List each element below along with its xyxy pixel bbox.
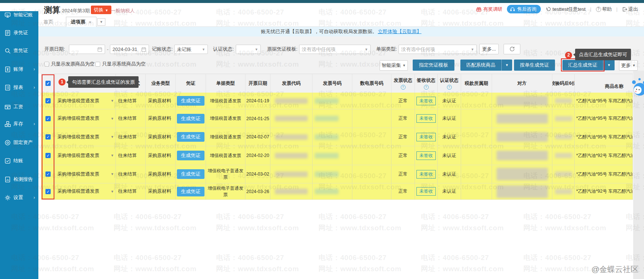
table-cell: 往来结算 xyxy=(116,165,146,183)
date-to-input[interactable]: 2024-03-31 xyxy=(110,45,149,54)
sidebar-item-7[interactable]: 库存› xyxy=(0,119,38,129)
date-from-input[interactable] xyxy=(69,45,105,54)
sidebar-item-9[interactable]: 结账 xyxy=(0,156,38,166)
assistant-mascot[interactable] xyxy=(629,77,644,100)
table-cell xyxy=(461,165,492,183)
voucher-template-select[interactable]: 没有选中任何项▼ xyxy=(299,45,371,54)
table-cell xyxy=(492,128,552,146)
sign-status-badge: 未签收 xyxy=(416,133,436,141)
settlement-value: 往来结算 xyxy=(118,134,137,140)
content-background xyxy=(38,199,633,279)
match-goods-dropdown[interactable]: ▼ xyxy=(501,60,512,71)
row-checkbox[interactable]: ✓ xyxy=(45,98,51,103)
table-cell xyxy=(270,93,313,109)
table-cell xyxy=(461,146,492,165)
sidebar-item-4[interactable]: 账簿› xyxy=(0,64,38,74)
annotation-step2-tooltip: 点击汇总生成凭证即可 xyxy=(575,49,631,60)
doc-type-label: 单据类型: xyxy=(376,45,397,54)
inventory-icon xyxy=(4,121,11,127)
caret-down-icon: ▼ xyxy=(111,172,114,176)
invoice-number-redacted xyxy=(315,134,339,140)
table-cell: ✓ xyxy=(41,146,55,165)
caret-down-icon: ▼ xyxy=(471,48,474,51)
row-checkbox[interactable]: ✓ xyxy=(45,189,51,194)
help-question-icon[interactable]: ? xyxy=(424,85,429,90)
table-cell: 未认证 xyxy=(438,146,461,165)
help-question-icon[interactable]: ? xyxy=(401,85,406,90)
generate-voucher-button[interactable]: 生成凭证 xyxy=(177,151,204,160)
table-cell: 生成凭证 xyxy=(176,93,206,109)
sidebar-item-8[interactable]: 固定资产 xyxy=(0,138,38,147)
tab-home[interactable]: 首页 xyxy=(44,19,53,25)
tab-input-invoices[interactable]: 进项票× xyxy=(66,17,96,27)
row-checkbox[interactable]: ✓ xyxy=(45,134,51,140)
help-question-icon[interactable]: ? xyxy=(447,85,452,90)
sidebar-item-11[interactable]: 设置› xyxy=(0,193,38,202)
row-template-value: 采购增值税普通发票 xyxy=(57,171,99,177)
sidebar-item-6[interactable]: 工资 xyxy=(0,102,38,112)
support-button[interactable]: 售后咨询 xyxy=(507,5,541,13)
help-link[interactable]: ?帮助 xyxy=(596,6,612,13)
sidebar: 智能记账录凭证查凭证账簿›报表›工资库存›固定资产结账检测报告设置› xyxy=(0,11,38,279)
closing-icon xyxy=(4,158,11,164)
generate-voucher-button[interactable]: 生成凭证 xyxy=(177,96,204,106)
table-cell: ✓ xyxy=(41,165,55,183)
row-checkbox[interactable]: ✓ xyxy=(45,153,51,158)
sidebar-item-1[interactable]: 智能记账 xyxy=(0,10,38,20)
invoice-code-redacted xyxy=(275,171,308,177)
page-title: 测算 xyxy=(44,4,60,16)
table-cell xyxy=(313,146,352,165)
smart-collect-button[interactable]: 智能采集▼ xyxy=(380,60,408,71)
business-type-value: 采购原材料 xyxy=(148,98,171,104)
auth-status-select[interactable]: ▼ xyxy=(236,45,261,54)
assign-template-button[interactable]: 指定凭证模板 xyxy=(413,60,454,71)
account-menu[interactable]: testtest任意test xyxy=(545,6,586,13)
caret-down-icon: ▼ xyxy=(111,154,114,157)
survey-link[interactable]: 有奖调研 xyxy=(476,6,502,13)
close-tab-icon[interactable]: × xyxy=(89,19,92,25)
invoice-code-redacted xyxy=(275,153,308,158)
per-doc-generate-button[interactable]: 按单生成凭证 xyxy=(514,60,555,71)
notice-text: 账无忧已开通【云取票】，可自动获取税局发票数据。 xyxy=(261,28,377,35)
match-goods-button[interactable]: 匹配系统商品 xyxy=(460,60,501,71)
switch-period-button[interactable]: 切换▼ xyxy=(91,6,111,14)
more-actions-button[interactable]: 更多▼ xyxy=(619,60,638,71)
generate-voucher-button[interactable]: 生成凭证 xyxy=(177,187,204,196)
booking-status-select[interactable]: 未记账▼ xyxy=(174,45,208,54)
product-name-value: *乙醇汽油*95号 车用乙醇汽油 xyxy=(576,134,633,140)
sidebar-item-10[interactable]: 检测报告 xyxy=(0,174,38,184)
doc-type-select[interactable]: 没有选中任何项▼ xyxy=(399,45,477,54)
generate-voucher-button[interactable]: 生成凭证 xyxy=(177,132,204,142)
table-cell: 往来结算 xyxy=(116,109,146,128)
header-right-links: 有奖调研 售后咨询 testtest任意test | ?帮助 | 退出 xyxy=(476,5,638,13)
table-cell: 未签收 xyxy=(415,93,438,109)
generate-voucher-button[interactable]: 生成凭证 xyxy=(177,169,204,179)
filter-empty-system-goods-checkbox[interactable]: 只显示系统商品为空 xyxy=(95,61,146,67)
table-cell xyxy=(352,183,391,200)
table-cell: 2024-03-02 xyxy=(245,165,270,183)
select-all-checkbox[interactable]: ✓ xyxy=(45,81,51,86)
summary-generate-button[interactable]: 汇总生成凭证 xyxy=(562,60,603,70)
summary-generate-dropdown[interactable]: ▼ xyxy=(603,60,615,70)
table-cell: 往来结算 xyxy=(116,183,146,200)
refresh-button[interactable] xyxy=(504,44,520,54)
table-row: ✓采购增值税普通发票▼往来结算采购原材料生成凭证增值税电子普通发票2024-03… xyxy=(41,165,633,183)
top-accent-bar xyxy=(0,0,644,3)
sidebar-item-2[interactable]: 录凭证 xyxy=(0,28,38,38)
more-filters-button[interactable]: 更多... xyxy=(479,44,499,54)
tab-list-dropdown[interactable]: ▼ xyxy=(97,18,105,26)
table-cell xyxy=(552,165,575,183)
sidebar-item-5[interactable]: 报表› xyxy=(0,83,38,92)
separator: | xyxy=(616,6,618,12)
doc-type-value: 增值税普通发票 xyxy=(210,153,241,159)
logout-link[interactable]: 退出 xyxy=(622,6,638,13)
sidebar-item-3[interactable]: 查凭证 xyxy=(0,46,38,55)
row-checkbox[interactable]: ✓ xyxy=(45,116,51,121)
row-checkbox[interactable]: ✓ xyxy=(45,171,51,177)
generate-voucher-button[interactable]: 生成凭证 xyxy=(177,114,204,124)
notice-link[interactable]: 立即体验【云取票】 xyxy=(378,28,422,35)
filter-empty-invoice-goods-checkbox[interactable]: 只显示发票商品为空 xyxy=(44,61,95,67)
table-row: ✓采购增值税普通发票▼往来结算采购原材料生成凭证增值税普通发票2024-02-2… xyxy=(41,146,633,165)
date-range-dash: - xyxy=(107,45,108,54)
row-template-value: 采购增值税普通发票 xyxy=(57,188,99,195)
